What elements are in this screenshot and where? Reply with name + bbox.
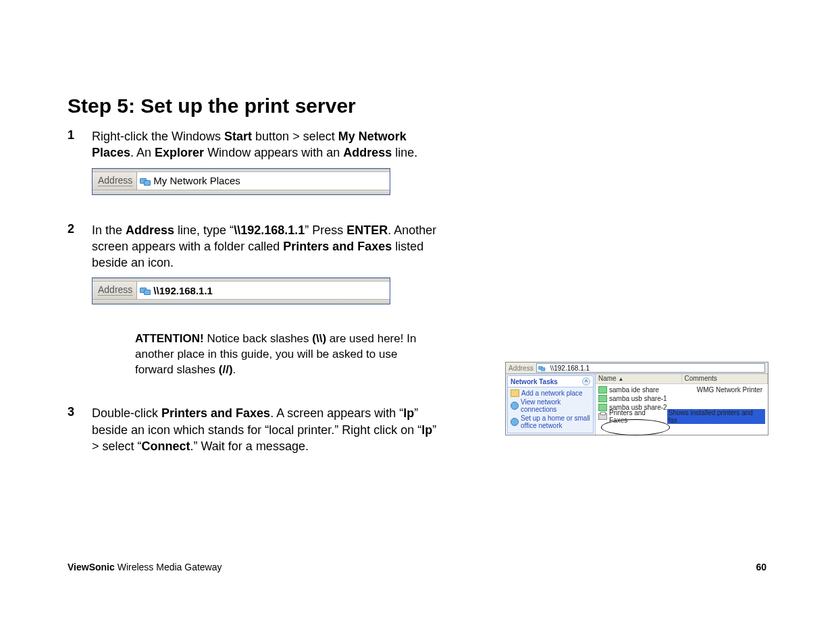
list-item-printers[interactable]: Printers and FaxesShows installed printe… [596, 412, 768, 421]
column-comments[interactable]: Comments [682, 374, 768, 383]
globe-icon [511, 418, 519, 426]
address-input[interactable]: \\192.168.1.1 [536, 363, 765, 373]
highlighted-comment: Shows installed printers and fax [667, 409, 765, 424]
step-text: Double-click Printers and Faxes. A scree… [92, 405, 446, 454]
step-3: 3 Double-click Printers and Faxes. A scr… [68, 405, 446, 454]
address-bar-1: Address My Network Places [92, 168, 766, 195]
collapse-icon[interactable]: ^ [582, 377, 590, 385]
file-list: Name ▲ Comments samba ide shareWMG Netwo… [596, 374, 768, 435]
page-title: Step 5: Set up the print server [68, 95, 766, 117]
address-label: Address [93, 281, 137, 299]
sidebar-item-view-connections[interactable]: View network connections [511, 398, 590, 414]
address-value: \\192.168.1.1 [550, 365, 590, 372]
sidebar-item-add-place[interactable]: Add a network place [511, 389, 590, 398]
address-label: Address [93, 172, 137, 190]
folder-icon [511, 390, 519, 397]
address-value: My Network Places [153, 175, 240, 186]
step-text: In the Address line, type “\\192.168.1.1… [92, 222, 446, 271]
share-icon [598, 386, 607, 394]
step-text: Right-click the Windows Start button > s… [92, 128, 446, 161]
sidebar: Network Tasks ^ Add a network place View… [506, 374, 596, 435]
address-label: Address [509, 365, 533, 372]
address-input[interactable]: \\192.168.1.1 [137, 281, 390, 299]
column-name[interactable]: Name ▲ [596, 374, 682, 383]
list-item[interactable]: samba ide shareWMG Network Printer [596, 385, 768, 394]
address-bar-2: Address \\192.168.1.1 [92, 277, 766, 304]
network-icon [140, 286, 151, 295]
sidebar-item-setup-network[interactable]: Set up a home or small office network [511, 414, 590, 430]
share-icon [598, 395, 607, 402]
sidebar-header[interactable]: Network Tasks ^ [507, 375, 594, 387]
address-value: \\192.168.1.1 [153, 285, 213, 296]
step-number: 1 [68, 128, 92, 161]
footer-left: ViewSonic Wireless Media Gateway [68, 562, 222, 572]
network-icon [538, 365, 545, 371]
page-footer: ViewSonic Wireless Media Gateway 60 [68, 562, 766, 572]
printer-icon [598, 413, 607, 420]
page-number: 60 [756, 562, 766, 572]
list-item[interactable]: samba usb share-1 [596, 394, 768, 403]
step-2: 2 In the Address line, type “\\192.168.1… [68, 222, 446, 271]
globe-icon [511, 402, 519, 410]
network-icon [140, 176, 151, 186]
address-input[interactable]: My Network Places [137, 172, 390, 190]
explorer-window: Address \\192.168.1.1 Network Tasks ^ Ad… [505, 362, 768, 435]
step-1: 1 Right-click the Windows Start button >… [68, 128, 446, 161]
attention-note: ATTENTION! Notice back slashes (\\) are … [135, 331, 425, 378]
step-number: 2 [68, 222, 92, 271]
share-icon [598, 404, 607, 411]
step-number: 3 [68, 405, 92, 454]
